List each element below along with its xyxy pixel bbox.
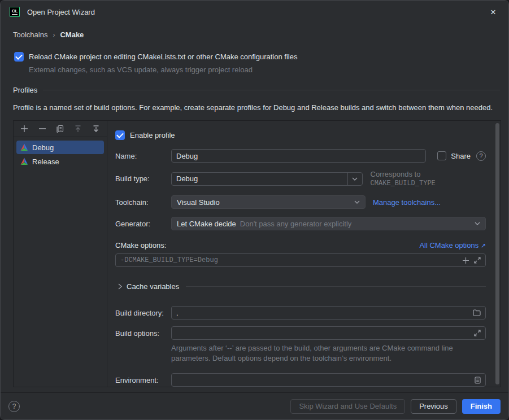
remove-profile-button[interactable] — [38, 124, 47, 133]
add-profile-button[interactable] — [20, 124, 29, 133]
cmake-logo-icon — [20, 158, 28, 165]
variables-list-icon[interactable] — [475, 377, 481, 384]
build-options-input[interactable] — [176, 329, 469, 338]
manage-toolchains-link[interactable]: Manage toolchains... — [373, 198, 441, 207]
breadcrumb-separator-icon: › — [53, 31, 55, 39]
copy-profile-button[interactable] — [56, 124, 65, 133]
enable-profile-row: Enable profile — [115, 130, 486, 140]
cache-variables-label: Cache variables — [127, 282, 179, 291]
cache-variables-divider — [186, 286, 486, 287]
reload-cmake-checkbox[interactable] — [14, 52, 24, 62]
enable-profile-label: Enable profile — [130, 131, 175, 139]
breadcrumb-item-cmake: CMake — [60, 30, 84, 39]
build-options-row: Build options: — [115, 326, 486, 340]
profile-item-debug[interactable]: Debug — [16, 141, 104, 154]
external-link-icon: ↗ — [481, 242, 486, 249]
build-type-row: Build type: Debug Corresponds to CMAKE_B… — [115, 170, 486, 187]
expand-editor-icon[interactable] — [474, 257, 481, 264]
footer-buttons: Skip Wizard and Use Defaults Previous Fi… — [290, 399, 501, 414]
move-down-button[interactable] — [92, 124, 101, 133]
environment-label: Environment: — [115, 376, 171, 384]
build-type-label: Build type: — [115, 174, 171, 183]
clion-logo-text: CL — [12, 9, 18, 15]
build-directory-row: Build directory: — [115, 306, 486, 320]
build-options-field — [171, 326, 486, 340]
reload-cmake-label: Reload CMake project on editing CMakeLis… — [29, 53, 297, 61]
toolchain-value: Visual Studio — [177, 198, 350, 207]
clion-app-icon: CL — [10, 7, 20, 17]
section-divider — [43, 90, 500, 90]
name-field — [171, 149, 426, 163]
cmake-options-label: CMake options: — [115, 241, 166, 250]
cmake-options-value: -DCMAKE_BUILD_TYPE=Debug — [120, 256, 458, 264]
name-row: Name: Share ? — [115, 149, 486, 163]
folder-icon[interactable] — [473, 309, 481, 316]
chevron-down-icon — [347, 173, 362, 185]
profiles-toolbar — [14, 121, 107, 137]
profile-item-label: Debug — [32, 143, 54, 152]
build-type-hint: Corresponds to CMAKE_BUILD_TYPE — [371, 170, 486, 187]
breadcrumb: Toolchains › CMake — [13, 30, 508, 39]
vertical-scrollbar[interactable] — [495, 123, 499, 384]
enable-profile-checkbox[interactable] — [115, 130, 125, 140]
finish-button[interactable]: Finish — [462, 399, 501, 414]
profile-list: Debug Release — [14, 137, 107, 172]
chevron-down-icon — [475, 222, 480, 225]
name-input[interactable] — [176, 152, 421, 160]
cache-variables-toggle[interactable]: Cache variables — [118, 282, 486, 291]
reload-cmake-hint: External changes, such as VCS update, al… — [29, 65, 508, 74]
arrow-down-from-bar-icon — [92, 125, 100, 133]
add-option-button[interactable] — [462, 257, 469, 264]
all-cmake-options-link[interactable]: All CMake options ↗ — [419, 241, 486, 250]
profiles-description: Profile is a named set of build options.… — [13, 102, 496, 113]
profile-item-label: Release — [32, 158, 59, 166]
environment-field — [171, 373, 486, 387]
close-icon[interactable]: × — [487, 7, 499, 17]
dialog-footer: ? Skip Wizard and Use Defaults Previous … — [1, 392, 508, 419]
chevron-right-icon — [118, 283, 122, 290]
plus-icon — [20, 125, 28, 133]
profile-item-release[interactable]: Release — [16, 155, 104, 168]
environment-row: Environment: — [115, 373, 486, 387]
share-label: Share — [451, 152, 471, 160]
open-project-wizard-dialog: CL Open Project Wizard × Toolchains › CM… — [0, 0, 509, 420]
share-help-icon[interactable]: ? — [476, 151, 486, 161]
breadcrumb-item-toolchains[interactable]: Toolchains — [13, 30, 47, 39]
build-type-value: Debug — [172, 174, 347, 183]
window-titlebar: CL Open Project Wizard × — [1, 1, 508, 23]
generator-label: Generator: — [115, 220, 171, 228]
generator-row: Generator: Let CMake decide Don't pass a… — [115, 217, 486, 230]
generator-value: Let CMake decide — [177, 220, 236, 228]
profiles-list-pane: Debug Release — [14, 121, 107, 387]
build-options-help: Arguments after ‘--’ are passed to the b… — [171, 343, 468, 364]
profiles-section-label: Profiles — [13, 86, 37, 94]
profiles-panel: Debug Release Enable profile Name: — [13, 120, 501, 387]
profile-form: Enable profile Name: Share ? Build type:… — [107, 121, 501, 387]
share-checkbox[interactable] — [437, 151, 446, 160]
environment-input[interactable] — [176, 376, 470, 384]
reload-cmake-row: Reload CMake project on editing CMakeLis… — [14, 52, 508, 62]
build-options-label: Build options: — [115, 329, 171, 338]
cmake-options-header: CMake options: All CMake options ↗ — [115, 241, 486, 250]
toolchain-row: Toolchain: Visual Studio Manage toolchai… — [115, 195, 486, 209]
build-type-hint-code: CMAKE_BUILD_TYPE — [371, 180, 436, 187]
help-button[interactable]: ? — [8, 401, 20, 412]
cmake-options-input[interactable]: -DCMAKE_BUILD_TYPE=Debug — [115, 253, 486, 267]
profiles-section-header: Profiles — [13, 86, 500, 94]
chevron-down-icon — [354, 200, 360, 204]
generator-placeholder: Don't pass any generator explicitly — [240, 220, 471, 228]
build-directory-label: Build directory: — [115, 309, 171, 317]
build-directory-input[interactable] — [176, 309, 468, 317]
previous-button[interactable]: Previous — [411, 399, 456, 414]
toolchain-label: Toolchain: — [115, 198, 171, 207]
name-label: Name: — [115, 152, 171, 160]
skip-wizard-button: Skip Wizard and Use Defaults — [290, 399, 405, 414]
expand-editor-icon[interactable] — [474, 330, 481, 336]
generator-select[interactable]: Let CMake decide Don't pass any generato… — [171, 217, 486, 230]
toolchain-select[interactable]: Visual Studio — [171, 195, 366, 209]
build-type-select[interactable]: Debug — [171, 172, 363, 186]
minus-icon — [38, 125, 46, 133]
move-up-button[interactable] — [73, 124, 82, 133]
copy-icon — [56, 125, 64, 133]
arrow-up-to-bar-icon — [74, 125, 82, 133]
